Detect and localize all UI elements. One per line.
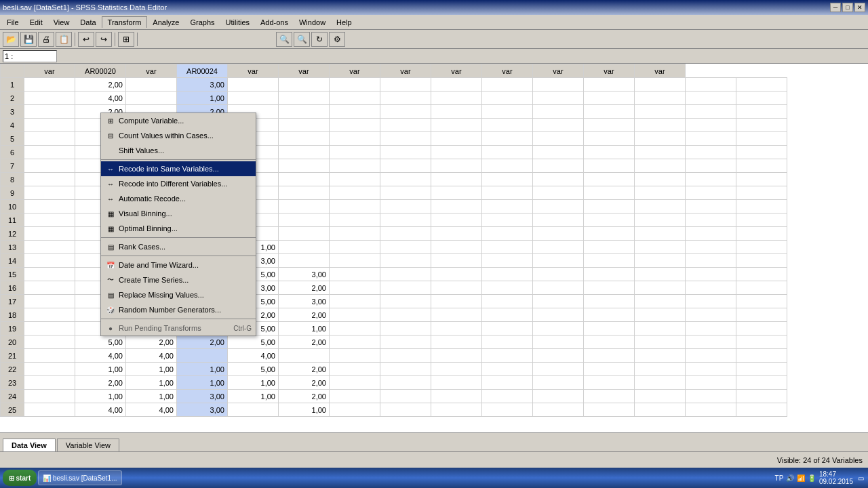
cell-r15-c6[interactable] (330, 268, 380, 281)
cell-r14-c11[interactable] (584, 254, 635, 268)
cell-r25-c11[interactable] (584, 403, 635, 417)
cell-r20-c11[interactable] (584, 336, 635, 349)
cell-r6-c12[interactable] (635, 146, 686, 159)
cell-r7-c13[interactable] (686, 159, 736, 173)
dialog-button[interactable]: 📋 (56, 32, 72, 47)
cell-r2-c10[interactable] (533, 92, 584, 105)
cell-r20-c6[interactable] (330, 336, 380, 349)
menu-recode-same[interactable]: ↔ Recode into Same Variables... (101, 161, 256, 176)
cell-r10-c5[interactable] (279, 200, 330, 214)
cell-r16-c8[interactable] (431, 281, 482, 295)
save-button[interactable]: 💾 (20, 32, 37, 47)
cell-r1-c12[interactable] (635, 78, 686, 92)
cell-r23-c7[interactable] (380, 376, 431, 390)
cell-r14-c6[interactable] (330, 254, 380, 268)
cell-r15-c12[interactable] (635, 268, 686, 281)
menu-file[interactable]: File (1, 17, 24, 28)
cell-r18-c0[interactable] (24, 308, 75, 322)
cell-r2-c12[interactable] (635, 92, 686, 105)
menu-utilities[interactable]: Utilities (220, 17, 255, 28)
cell-r24-c8[interactable] (431, 390, 482, 403)
cell-r4-c8[interactable] (431, 119, 482, 132)
cell-r21-c8[interactable] (431, 349, 482, 363)
cell-r21-c1[interactable]: 4,00 (75, 349, 126, 363)
cell-r19-c14[interactable] (736, 322, 787, 336)
cell-r12-c9[interactable] (482, 227, 533, 241)
cell-r23-c12[interactable] (635, 376, 686, 390)
cell-r25-c1[interactable]: 4,00 (75, 403, 126, 417)
cell-r18-c7[interactable] (380, 308, 431, 322)
cell-r22-c14[interactable] (736, 363, 787, 376)
cell-r6-c8[interactable] (431, 146, 482, 159)
cell-r12-c14[interactable] (736, 227, 787, 241)
cell-r4-c0[interactable] (24, 119, 75, 132)
cell-r3-c11[interactable] (584, 105, 635, 119)
cell-r24-c10[interactable] (533, 390, 584, 403)
tools-button[interactable]: ⚙ (329, 32, 345, 47)
cell-r10-c7[interactable] (380, 200, 431, 214)
cell-r24-c7[interactable] (380, 390, 431, 403)
cell-r10-c12[interactable] (635, 200, 686, 214)
cell-r23-c6[interactable] (330, 376, 380, 390)
cell-r11-c10[interactable] (533, 214, 584, 227)
cell-r24-c1[interactable]: 1,00 (75, 390, 126, 403)
cell-r6-c6[interactable] (330, 146, 380, 159)
col-header-6[interactable]: var (431, 64, 482, 78)
cell-r19-c7[interactable] (380, 322, 431, 336)
cell-r24-c13[interactable] (686, 390, 736, 403)
cell-r8-c14[interactable] (736, 173, 787, 186)
cell-r5-c11[interactable] (584, 132, 635, 146)
cell-r25-c4[interactable] (228, 403, 279, 417)
col-header-10[interactable]: var (635, 64, 686, 78)
cell-r15-c9[interactable] (482, 268, 533, 281)
cell-r17-c10[interactable] (533, 295, 584, 308)
cell-r21-c12[interactable] (635, 349, 686, 363)
menu-datetime-wizard[interactable]: 📅 Date and Time Wizard... (101, 258, 256, 272)
cell-r17-c5[interactable]: 3,00 (279, 295, 330, 308)
menu-graphs[interactable]: Graphs (184, 17, 220, 28)
cell-r7-c0[interactable] (24, 159, 75, 173)
find2-button[interactable]: 🔍 (294, 32, 310, 47)
menu-random-generators[interactable]: 🎲 Random Number Generators... (101, 302, 256, 317)
cell-r13-c8[interactable] (431, 241, 482, 254)
cell-r21-c0[interactable] (24, 349, 75, 363)
cell-r16-c5[interactable]: 2,00 (279, 281, 330, 295)
cell-r5-c7[interactable] (380, 132, 431, 146)
cell-r9-c10[interactable] (533, 186, 584, 200)
cell-r1-c11[interactable] (584, 78, 635, 92)
cell-r3-c9[interactable] (482, 105, 533, 119)
col-header-7[interactable]: var (482, 64, 533, 78)
cell-r10-c6[interactable] (330, 200, 380, 214)
cell-r25-c13[interactable] (686, 403, 736, 417)
tab-data-view[interactable]: Data View (3, 439, 56, 451)
cell-r8-c13[interactable] (686, 173, 736, 186)
cell-r18-c9[interactable] (482, 308, 533, 322)
cell-r1-c5[interactable] (279, 78, 330, 92)
cell-r15-c13[interactable] (686, 268, 736, 281)
close-button[interactable]: ✕ (854, 3, 865, 12)
cell-r10-c10[interactable] (533, 200, 584, 214)
cell-r6-c13[interactable] (686, 146, 736, 159)
cell-r19-c8[interactable] (431, 322, 482, 336)
cell-r17-c0[interactable] (24, 295, 75, 308)
cell-r16-c11[interactable] (584, 281, 635, 295)
cell-r21-c13[interactable] (686, 349, 736, 363)
cell-r10-c11[interactable] (584, 200, 635, 214)
cell-r23-c4[interactable]: 1,00 (228, 376, 279, 390)
cell-r17-c7[interactable] (380, 295, 431, 308)
cell-r24-c5[interactable]: 2,00 (279, 390, 330, 403)
cell-r4-c14[interactable] (736, 119, 787, 132)
cell-r22-c11[interactable] (584, 363, 635, 376)
menu-view[interactable]: View (48, 17, 75, 28)
cell-r12-c12[interactable] (635, 227, 686, 241)
cell-r2-c5[interactable] (279, 92, 330, 105)
cell-r15-c0[interactable] (24, 268, 75, 281)
cell-r11-c7[interactable] (380, 214, 431, 227)
cell-r17-c12[interactable] (635, 295, 686, 308)
col-header-ar00020[interactable]: AR00020 (75, 64, 126, 78)
cell-r4-c9[interactable] (482, 119, 533, 132)
cell-r6-c5[interactable] (279, 146, 330, 159)
cell-r2-c14[interactable] (736, 92, 787, 105)
cell-r25-c5[interactable]: 1,00 (279, 403, 330, 417)
cell-r18-c13[interactable] (686, 308, 736, 322)
